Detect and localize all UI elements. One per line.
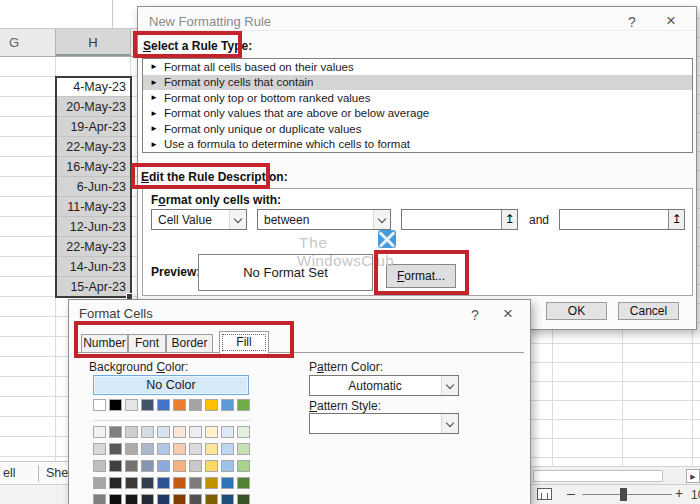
color-swatch[interactable] bbox=[221, 399, 234, 411]
color-swatch[interactable] bbox=[157, 460, 170, 472]
color-swatch[interactable] bbox=[109, 443, 122, 455]
color-swatch[interactable] bbox=[157, 426, 170, 438]
condition-field-dropdown[interactable]: Cell Value bbox=[151, 209, 247, 230]
rule-type-item[interactable]: ►Format only unique or duplicate values bbox=[143, 121, 692, 137]
worksheet-grid-right[interactable] bbox=[531, 325, 700, 466]
color-swatch[interactable] bbox=[173, 399, 186, 411]
color-swatch[interactable] bbox=[109, 460, 122, 472]
color-swatch[interactable] bbox=[157, 477, 170, 489]
zoom-slider-thumb[interactable] bbox=[620, 488, 627, 501]
date-cell[interactable]: 22-May-23 bbox=[57, 237, 130, 257]
color-swatch[interactable] bbox=[141, 477, 154, 489]
date-cell[interactable]: 19-Apr-23 bbox=[57, 117, 130, 137]
column-header-g[interactable]: G bbox=[0, 29, 55, 56]
ok-button[interactable]: OK bbox=[546, 302, 607, 320]
color-swatch[interactable] bbox=[93, 399, 106, 411]
color-swatch[interactable] bbox=[221, 443, 234, 455]
close-icon[interactable]: × bbox=[503, 304, 513, 324]
date-cell[interactable]: 4-May-23 bbox=[57, 77, 130, 97]
zoom-level-label[interactable]: 10 bbox=[691, 488, 700, 502]
range-picker-icon[interactable]: ↥ bbox=[501, 210, 517, 229]
zoom-in-button[interactable]: + bbox=[675, 485, 683, 501]
pattern-style-dropdown[interactable] bbox=[309, 413, 459, 434]
color-swatch[interactable] bbox=[205, 494, 218, 504]
close-icon[interactable]: × bbox=[666, 11, 676, 31]
color-swatch[interactable] bbox=[205, 477, 218, 489]
color-swatch[interactable] bbox=[93, 494, 106, 504]
scrollbar-thumb[interactable] bbox=[533, 470, 663, 482]
color-swatch[interactable] bbox=[237, 399, 250, 411]
tab-fill[interactable]: Fill bbox=[219, 331, 269, 354]
color-swatch[interactable] bbox=[205, 426, 218, 438]
color-swatch[interactable] bbox=[141, 494, 154, 504]
color-swatch[interactable] bbox=[237, 477, 250, 489]
color-swatch[interactable] bbox=[221, 494, 234, 504]
color-swatch[interactable] bbox=[189, 426, 202, 438]
horizontal-scrollbar[interactable]: ▶ bbox=[531, 466, 700, 484]
value1-input[interactable]: ↥ bbox=[401, 209, 518, 230]
rule-type-listbox[interactable]: ►Format all cells based on their values►… bbox=[142, 58, 693, 153]
color-swatch[interactable] bbox=[125, 426, 138, 438]
color-swatch[interactable] bbox=[93, 460, 106, 472]
date-cell[interactable]: 12-Jun-23 bbox=[57, 217, 130, 237]
pattern-color-dropdown[interactable]: Automatic bbox=[309, 375, 459, 396]
date-cell[interactable]: 6-Jun-23 bbox=[57, 177, 130, 197]
color-swatch[interactable] bbox=[109, 426, 122, 438]
zoom-out-button[interactable]: – bbox=[567, 485, 575, 501]
tab-font[interactable]: Font bbox=[128, 334, 166, 353]
color-swatch[interactable] bbox=[109, 494, 122, 504]
color-swatch[interactable] bbox=[125, 460, 138, 472]
range-picker-icon[interactable]: ↥ bbox=[668, 210, 684, 229]
color-swatch[interactable] bbox=[189, 477, 202, 489]
color-swatch[interactable] bbox=[205, 460, 218, 472]
date-cell[interactable]: 22-May-23 bbox=[57, 137, 130, 157]
color-swatch[interactable] bbox=[141, 460, 154, 472]
operator-dropdown[interactable]: between bbox=[257, 209, 391, 230]
rule-type-item[interactable]: ►Use a formula to determine which cells … bbox=[143, 137, 692, 153]
color-swatch[interactable] bbox=[173, 494, 186, 504]
color-swatch[interactable] bbox=[141, 443, 154, 455]
rule-type-item[interactable]: ►Format only top or bottom ranked values bbox=[143, 90, 692, 106]
color-swatch[interactable] bbox=[157, 494, 170, 504]
color-swatch[interactable] bbox=[189, 443, 202, 455]
color-swatch[interactable] bbox=[125, 494, 138, 504]
rule-type-item[interactable]: ►Format only cells that contain bbox=[143, 75, 692, 91]
tab-border[interactable]: Border bbox=[166, 334, 213, 353]
color-swatch[interactable] bbox=[237, 460, 250, 472]
scroll-right-button[interactable]: ▶ bbox=[686, 469, 700, 483]
date-cell[interactable]: 14-Jun-23 bbox=[57, 257, 130, 277]
color-swatch[interactable] bbox=[109, 477, 122, 489]
color-swatch[interactable] bbox=[205, 399, 218, 411]
cancel-button[interactable]: Cancel bbox=[618, 302, 679, 320]
color-swatch[interactable] bbox=[125, 477, 138, 489]
color-swatch[interactable] bbox=[173, 426, 186, 438]
color-swatch[interactable] bbox=[93, 426, 106, 438]
color-swatch[interactable] bbox=[173, 477, 186, 489]
color-swatch[interactable] bbox=[93, 477, 106, 489]
color-swatch[interactable] bbox=[237, 426, 250, 438]
zoom-slider-track[interactable] bbox=[582, 494, 672, 495]
selected-date-range[interactable]: 4-May-2320-May-2319-Apr-2322-May-2316-Ma… bbox=[57, 77, 130, 297]
color-swatch[interactable] bbox=[141, 426, 154, 438]
color-swatch[interactable] bbox=[93, 443, 106, 455]
color-swatch[interactable] bbox=[189, 460, 202, 472]
date-cell[interactable]: 16-May-23 bbox=[57, 157, 130, 177]
chevron-down-icon[interactable] bbox=[441, 376, 458, 395]
date-cell[interactable]: 20-May-23 bbox=[57, 97, 130, 117]
page-layout-view-icon[interactable] bbox=[537, 488, 552, 500]
sheet-tab-cell[interactable]: ell bbox=[3, 466, 16, 480]
color-swatch[interactable] bbox=[173, 460, 186, 472]
color-swatch[interactable] bbox=[205, 443, 218, 455]
color-swatch[interactable] bbox=[157, 443, 170, 455]
color-swatch[interactable] bbox=[189, 494, 202, 504]
color-swatch[interactable] bbox=[221, 477, 234, 489]
chevron-down-icon[interactable] bbox=[229, 210, 246, 229]
rule-type-item[interactable]: ►Format all cells based on their values bbox=[143, 59, 692, 75]
color-swatch[interactable] bbox=[173, 443, 186, 455]
format-button[interactable]: Format... bbox=[386, 264, 456, 288]
color-swatch[interactable] bbox=[157, 399, 170, 411]
chevron-down-icon[interactable] bbox=[373, 210, 390, 229]
date-cell[interactable]: 15-Apr-23 bbox=[57, 277, 130, 297]
color-swatch[interactable] bbox=[109, 399, 122, 411]
chevron-down-icon[interactable] bbox=[441, 414, 458, 433]
